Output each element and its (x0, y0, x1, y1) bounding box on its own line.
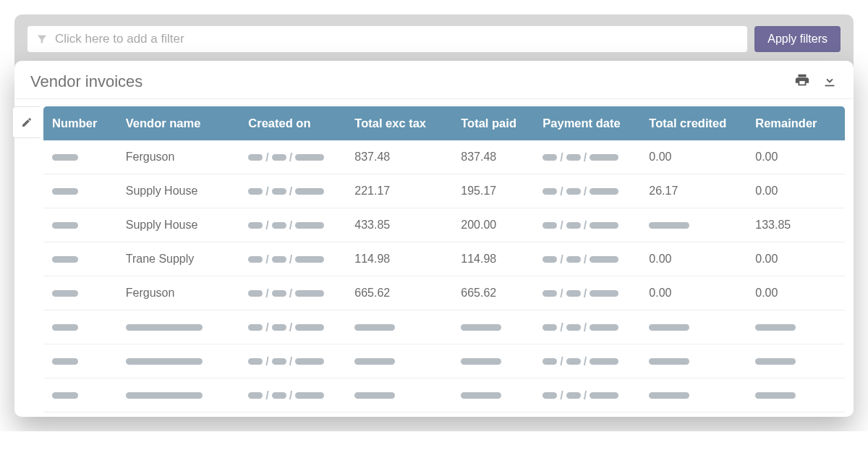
download-icon[interactable] (822, 72, 838, 91)
redacted-date: // (248, 322, 324, 334)
redacted-value (461, 324, 501, 331)
col-created-on[interactable]: Created on (239, 106, 346, 140)
redacted-value (126, 392, 203, 399)
cell-total-paid: 195.17 (452, 174, 534, 208)
cell-created: // (239, 276, 346, 310)
cell-total-credited: 26.17 (640, 174, 746, 208)
cell-payment-date: // (534, 378, 640, 412)
redacted-date: // (542, 254, 618, 266)
redacted-value (52, 256, 78, 263)
cell-remainder: 0.00 (746, 140, 845, 174)
table-row[interactable]: Ferguson//837.48837.48//0.000.00 (43, 140, 845, 174)
col-total-exc-tax[interactable]: Total exc tax (346, 106, 452, 140)
redacted-value (755, 392, 796, 399)
redacted-date: // (248, 254, 324, 266)
cell-total-paid (452, 310, 534, 344)
cell-payment-date: // (534, 276, 640, 310)
apply-filters-button[interactable]: Apply filters (754, 26, 841, 52)
cell-number (43, 140, 117, 174)
cell-created: // (239, 174, 346, 208)
cell-payment-date: // (534, 208, 640, 242)
table-wrap: Number Vendor name Created on Total exc … (14, 99, 854, 412)
print-icon[interactable] (794, 72, 810, 91)
cell-payment-date: // (534, 242, 640, 276)
table-row[interactable]: Trane Supply//114.98114.98//0.000.00 (43, 242, 845, 276)
cell-payment-date: // (534, 310, 640, 344)
redacted-date: // (542, 220, 618, 232)
redacted-value (52, 222, 78, 229)
cell-total-exc-tax: 837.48 (346, 140, 452, 174)
redacted-value (52, 358, 78, 365)
redacted-value (649, 358, 689, 365)
filter-input-wrap[interactable] (27, 26, 747, 52)
vendor-invoices-table: Number Vendor name Created on Total exc … (43, 106, 845, 412)
table-header-row: Number Vendor name Created on Total exc … (43, 106, 845, 140)
col-vendor-name[interactable]: Vendor name (117, 106, 240, 140)
redacted-date: // (542, 390, 618, 402)
cell-vendor: Ferguson (117, 140, 240, 174)
redacted-value (354, 358, 395, 365)
redacted-value (461, 358, 501, 365)
cell-number (43, 276, 117, 310)
cell-remainder: 0.00 (746, 276, 845, 310)
redacted-date: // (248, 186, 324, 198)
panel-header: Vendor invoices (14, 61, 854, 99)
cell-created: // (239, 140, 346, 174)
vendor-invoices-panel: Vendor invoices Number Vendor name (14, 61, 854, 417)
cell-remainder: 0.00 (746, 242, 845, 276)
redacted-value (52, 154, 78, 161)
table-row[interactable]: Supply House//221.17195.17//26.170.00 (43, 174, 845, 208)
cell-payment-date: // (534, 174, 640, 208)
cell-total-paid: 200.00 (452, 208, 534, 242)
panel-title: Vendor invoices (30, 72, 142, 91)
redacted-value (126, 358, 203, 365)
redacted-value (649, 324, 689, 331)
cell-payment-date: // (534, 140, 640, 174)
cell-vendor (117, 378, 240, 412)
cell-total-credited (640, 310, 746, 344)
cell-remainder (746, 378, 845, 412)
funnel-icon (36, 33, 48, 45)
redacted-value (755, 358, 796, 365)
redacted-date: // (248, 356, 324, 368)
cell-number (43, 344, 117, 378)
col-remainder[interactable]: Remainder (746, 106, 845, 140)
table-row[interactable]: //// (43, 344, 845, 378)
table-row[interactable]: Ferguson//665.62665.62//0.000.00 (43, 276, 845, 310)
cell-remainder: 0.00 (746, 174, 845, 208)
table-row[interactable]: //// (43, 378, 845, 412)
cell-vendor: Ferguson (117, 276, 240, 310)
redacted-value (126, 324, 203, 331)
app-container: Apply filters Vendor invoices Number (14, 14, 854, 417)
redacted-value (52, 188, 78, 195)
cell-created: // (239, 310, 346, 344)
cell-vendor: Supply House (117, 174, 240, 208)
cell-number (43, 208, 117, 242)
col-number[interactable]: Number (43, 106, 117, 140)
cell-remainder (746, 344, 845, 378)
filter-input[interactable] (55, 32, 739, 46)
cell-total-exc-tax: 433.85 (346, 208, 452, 242)
cell-created: // (239, 378, 346, 412)
cell-created: // (239, 242, 346, 276)
cell-total-exc-tax (346, 344, 452, 378)
cell-total-paid: 665.62 (452, 276, 534, 310)
table-row[interactable]: //// (43, 310, 845, 344)
redacted-value (354, 324, 395, 331)
col-total-credited[interactable]: Total credited (640, 106, 746, 140)
cell-number (43, 174, 117, 208)
cell-total-paid (452, 344, 534, 378)
col-payment-date[interactable]: Payment date (534, 106, 640, 140)
redacted-date: // (542, 152, 618, 164)
cell-remainder (746, 310, 845, 344)
edit-columns-button[interactable] (12, 106, 40, 138)
redacted-value (461, 392, 501, 399)
redacted-value (354, 392, 395, 399)
cell-total-exc-tax: 114.98 (346, 242, 452, 276)
cell-vendor (117, 310, 240, 344)
cell-total-exc-tax: 665.62 (346, 276, 452, 310)
redacted-value (52, 392, 78, 399)
table-row[interactable]: Supply House//433.85200.00//133.85 (43, 208, 845, 242)
col-total-paid[interactable]: Total paid (452, 106, 534, 140)
cell-total-credited (640, 344, 746, 378)
